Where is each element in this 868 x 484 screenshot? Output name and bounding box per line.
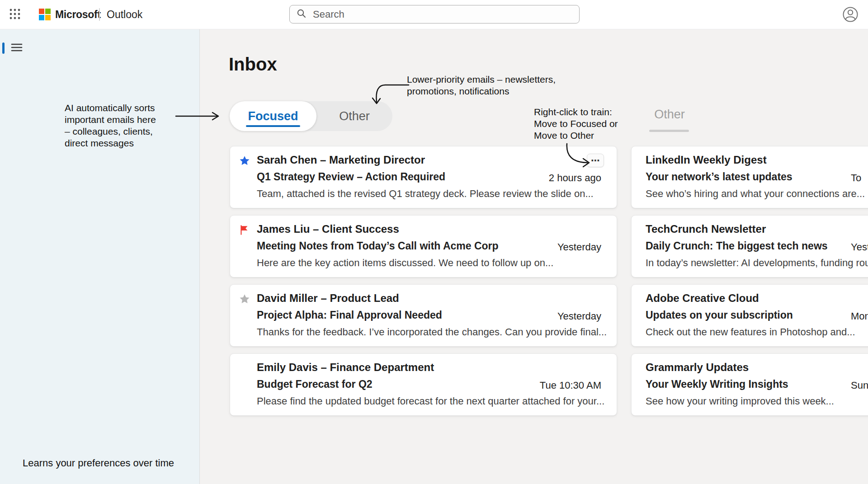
app-launcher-button[interactable] [6, 6, 24, 23]
waffle-icon [8, 7, 22, 22]
email-preview: Team, attached is the revised Q1 strateg… [257, 188, 594, 200]
email-subject: Your network’s latest updates [646, 171, 793, 183]
star-filled-icon[interactable] [239, 155, 250, 167]
tab-focused-label: Focused [248, 109, 298, 123]
email-sender: James Liu – Client Success [257, 223, 399, 235]
email-preview: See how your writing improved this week.… [646, 395, 834, 407]
arrow-to-other-tab [367, 80, 410, 109]
arrow-to-more-button [563, 142, 596, 172]
annotation-focused-note: AI automatically sorts important emails … [65, 102, 182, 149]
email-sender: Grammarly Updates [646, 361, 749, 374]
email-time: Yesterday [557, 241, 601, 253]
brand-name: Microsoft [55, 0, 101, 29]
email-time: 2 hours ago [549, 172, 601, 184]
email-item-focused-4[interactable]: Emily Davis – Finance Department Budget … [230, 353, 617, 416]
email-preview: Check out the new features in Photoshop … [646, 326, 855, 338]
person-icon [842, 6, 859, 24]
email-time: Mon [851, 310, 868, 322]
tab-focused-underline [246, 125, 300, 127]
email-time: Tue 10:30 AM [540, 380, 601, 391]
email-item-other-2[interactable]: TechCrunch Newsletter Daily Crunch: The … [631, 215, 868, 277]
tab-focused[interactable]: Focused [230, 101, 316, 131]
email-sender: David Miller – Product Lead [257, 292, 399, 305]
brand-divider [99, 8, 100, 21]
email-preview: See who’s hiring and what your connectio… [646, 188, 865, 200]
email-item-other-1[interactable]: LinkedIn Weekly Digest Your network’s la… [631, 146, 868, 208]
tab-other-label: Other [339, 109, 370, 123]
arrow-to-focused-tab [175, 110, 222, 124]
email-time: Yesterday [557, 310, 601, 322]
email-preview: Please find the updated budget forecast … [257, 395, 604, 407]
email-sender: Sarah Chen – Marketing Director [257, 154, 425, 166]
star-grey-icon[interactable] [239, 293, 250, 305]
app-name[interactable]: Outlook [107, 0, 142, 29]
email-preview: Here are the key action items discussed.… [257, 257, 553, 269]
email-sender: TechCrunch Newsletter [646, 223, 766, 235]
search-icon [290, 9, 307, 20]
page-title: Inbox [229, 54, 277, 75]
email-sender: LinkedIn Weekly Digest [646, 154, 767, 166]
email-subject: Your Weekly Writing Insights [646, 378, 788, 390]
search-bar[interactable] [289, 5, 580, 23]
email-subject: Q1 Strategy Review – Action Required [257, 171, 445, 183]
email-subject: Project Alpha: Final Approval Needed [257, 309, 442, 321]
other-column-underline [649, 130, 689, 132]
email-item-focused-1[interactable]: Sarah Chen – Marketing Director Q1 Strat… [230, 146, 617, 208]
account-button[interactable] [841, 6, 859, 24]
email-subject: Updates on your subscription [646, 309, 793, 321]
email-time: Yest [851, 241, 868, 253]
microsoft-logo-icon [39, 9, 51, 20]
nav-selected-accent [2, 42, 5, 54]
search-input[interactable] [312, 8, 558, 21]
annotation-learns-note: Learns your preferences over time [23, 457, 203, 469]
email-time: To [851, 172, 861, 184]
email-sender: Emily Davis – Finance Department [257, 361, 434, 374]
other-column-label[interactable]: Other [645, 108, 694, 122]
email-item-other-3[interactable]: Adobe Creative Cloud Updates on your sub… [631, 284, 868, 347]
annotation-other-note: Lower-priority emails – newsletters, pro… [407, 74, 579, 97]
email-subject: Meeting Notes from Today’s Call with Acm… [257, 240, 499, 252]
email-sender: Adobe Creative Cloud [646, 292, 759, 305]
hamburger-menu-button[interactable] [9, 41, 24, 55]
email-item-focused-3[interactable]: David Miller – Product Lead Project Alph… [230, 284, 617, 347]
email-item-focused-2[interactable]: James Liu – Client Success Meeting Notes… [230, 215, 617, 277]
annotation-train-note: Right-click to train: Move to Focused or… [534, 106, 633, 141]
email-item-other-4[interactable]: Grammarly Updates Your Weekly Writing In… [631, 353, 868, 416]
email-subject: Budget Forecast for Q2 [257, 378, 373, 390]
sidebar [0, 29, 200, 484]
email-preview: In today’s newsletter: AI developments, … [646, 257, 868, 269]
email-subject: Daily Crunch: The biggest tech news [646, 240, 828, 252]
hamburger-icon [11, 42, 23, 54]
email-preview: Thanks for the feedback. I’ve incorporat… [257, 326, 607, 338]
flag-icon[interactable] [239, 224, 250, 236]
email-time: Sun [851, 380, 868, 391]
